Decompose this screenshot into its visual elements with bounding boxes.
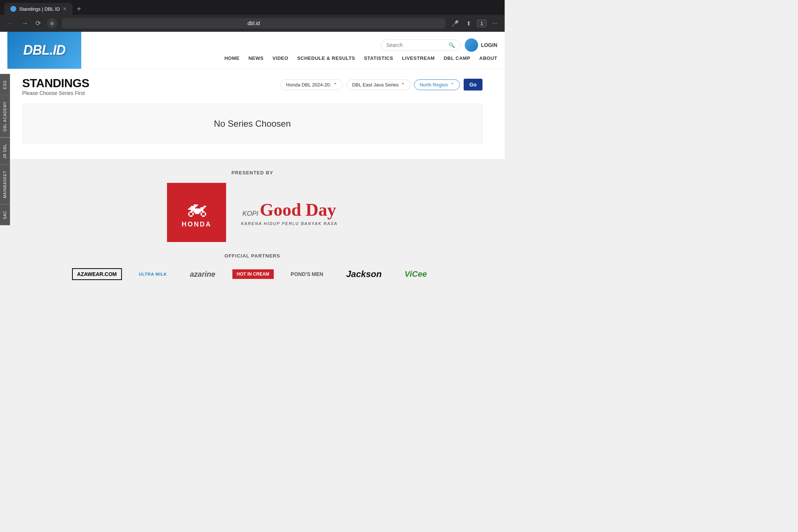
- login-button[interactable]: LOGIN: [465, 38, 497, 52]
- filter-season-label: Honda DBL 2024-20:: [286, 82, 331, 88]
- browser-chrome: Standings | DBL ID ✕ + ← → ⟳ ⊕ dbl.id 🎤 …: [0, 0, 505, 32]
- microphone-button[interactable]: 🎤: [450, 18, 460, 28]
- good-day-logo: KOPI Good Day KARENA HIDUP PERLU BANYAK …: [241, 200, 338, 226]
- filter-series[interactable]: DBL East Java Series ⌃: [347, 79, 410, 90]
- chevron-down-icon-2: ⌃: [401, 82, 405, 88]
- search-box[interactable]: 🔍: [381, 40, 460, 51]
- site-header: DBL.ID 🔍 LOGIN HOME NEWS VIDEO SCHEDULE …: [0, 32, 505, 69]
- sponsors-logos: 🏍 HONDA KOPI Good Day KARENA HIDUP PERLU…: [22, 183, 482, 242]
- nav-dbl-camp[interactable]: DBL CAMP: [444, 55, 470, 61]
- tab-favicon: [10, 6, 16, 12]
- partner-ponds: POND'S MEN: [285, 268, 329, 280]
- good-day-brand: KOPI Good Day: [242, 200, 336, 220]
- menu-button[interactable]: ···: [491, 18, 499, 28]
- page-title: STANDINGS: [22, 76, 89, 90]
- tagline-text: KARENA HIDUP PERLU BANYAK RASA: [241, 221, 338, 226]
- honda-wing-icon: 🏍: [185, 197, 208, 219]
- partner-azarine: azarine: [184, 267, 221, 282]
- filter-season[interactable]: Honda DBL 2024-20: ⌃: [280, 79, 343, 90]
- header-right: 🔍 LOGIN HOME NEWS VIDEO SCHEDULE & RESUL…: [89, 38, 497, 62]
- chevron-down-icon-3: ⌃: [450, 82, 454, 88]
- nav-menu: HOME NEWS VIDEO SCHEDULE & RESULTS STATI…: [224, 55, 497, 62]
- no-series-section: No Series Choosen: [22, 103, 482, 144]
- active-tab[interactable]: Standings | DBL ID ✕: [4, 3, 72, 15]
- honda-brand-text: HONDA: [182, 221, 212, 228]
- tab-count-button[interactable]: 1: [477, 20, 486, 27]
- partner-ultra-milk: ULTRA MILK: [133, 269, 173, 279]
- security-icon: ⊕: [47, 18, 57, 28]
- sidebar-tab-dbl-academy[interactable]: DBL ACADEMY: [0, 95, 10, 137]
- sidebar-tab-mainbasket[interactable]: MAINBASKET: [0, 164, 10, 204]
- sponsors-section: PRESENTED BY 🏍 HONDA KOPI Good Day KAREN…: [0, 159, 505, 293]
- forward-button[interactable]: →: [20, 18, 30, 29]
- official-partners-label: OFFICIAL PARTNERS: [22, 253, 482, 259]
- nav-home[interactable]: HOME: [224, 55, 239, 61]
- standings-subtitle: Please Choose Series First: [22, 90, 89, 96]
- search-login-row: 🔍 LOGIN: [381, 38, 497, 52]
- filter-series-label: DBL East Java Series: [352, 82, 399, 88]
- url-input[interactable]: dbl.id: [62, 18, 446, 28]
- partner-hot-in-cream: HOT IN CREAM: [232, 269, 274, 279]
- tab-title: Standings | DBL ID: [19, 6, 60, 12]
- back-button[interactable]: ←: [6, 18, 16, 29]
- filter-region-label: North Region: [420, 82, 448, 88]
- user-avatar: [465, 38, 478, 52]
- tab-close-button[interactable]: ✕: [63, 6, 66, 11]
- honda-logo: 🏍 HONDA: [167, 183, 226, 242]
- standings-title: STANDINGS Please Choose Series First: [22, 76, 89, 96]
- partner-vicee: ViCee: [399, 266, 433, 282]
- go-button[interactable]: Go: [464, 79, 482, 91]
- sidebar-tabs: ESG DBL ACADEMY JR DBL MAINBASKET SAC: [0, 74, 10, 225]
- nav-statistics[interactable]: STATISTICS: [364, 55, 393, 61]
- login-label: LOGIN: [481, 42, 497, 48]
- sidebar-tab-sac[interactable]: SAC: [0, 204, 10, 225]
- browser-actions: 🎤 ⬆ 1 ···: [450, 18, 499, 28]
- search-icon: 🔍: [449, 42, 455, 48]
- search-input[interactable]: [386, 42, 446, 48]
- kopi-text: KOPI: [242, 210, 258, 218]
- nav-news[interactable]: NEWS: [248, 55, 263, 61]
- filter-controls: Honda DBL 2024-20: ⌃ DBL East Java Serie…: [280, 79, 482, 91]
- reload-button[interactable]: ⟳: [34, 18, 42, 29]
- site-logo: DBL.ID: [23, 42, 65, 58]
- sidebar-tab-esg[interactable]: ESG: [0, 74, 10, 95]
- partner-jackson: Jackson: [340, 266, 388, 282]
- no-series-text: No Series Choosen: [214, 119, 291, 129]
- good-day-text: Good Day: [260, 200, 336, 220]
- standings-header: STANDINGS Please Choose Series First Hon…: [22, 76, 482, 96]
- page-content: DBL.ID 🔍 LOGIN HOME NEWS VIDEO SCHEDULE …: [0, 32, 505, 293]
- filter-region[interactable]: North Region ⌃: [414, 79, 460, 90]
- sidebar-tab-jr-dbl[interactable]: JR DBL: [0, 137, 10, 164]
- chevron-down-icon: ⌃: [333, 82, 337, 88]
- nav-about[interactable]: ABOUT: [479, 55, 497, 61]
- nav-livestream[interactable]: LIVESTREAM: [402, 55, 435, 61]
- presented-by-label: PRESENTED BY: [22, 170, 482, 175]
- logo-area[interactable]: DBL.ID: [7, 32, 81, 69]
- partner-azawear: AZAWEAR.COM: [72, 268, 122, 280]
- share-button[interactable]: ⬆: [465, 18, 473, 28]
- nav-video[interactable]: VIDEO: [272, 55, 288, 61]
- nav-schedule[interactable]: SCHEDULE & RESULTS: [297, 55, 355, 61]
- address-bar: ← → ⟳ ⊕ dbl.id 🎤 ⬆ 1 ···: [0, 15, 505, 32]
- new-tab-button[interactable]: +: [74, 3, 84, 15]
- main-content: STANDINGS Please Choose Series First Hon…: [0, 69, 505, 159]
- partners-logos: AZAWEAR.COM ULTRA MILK azarine HOT IN CR…: [22, 266, 482, 282]
